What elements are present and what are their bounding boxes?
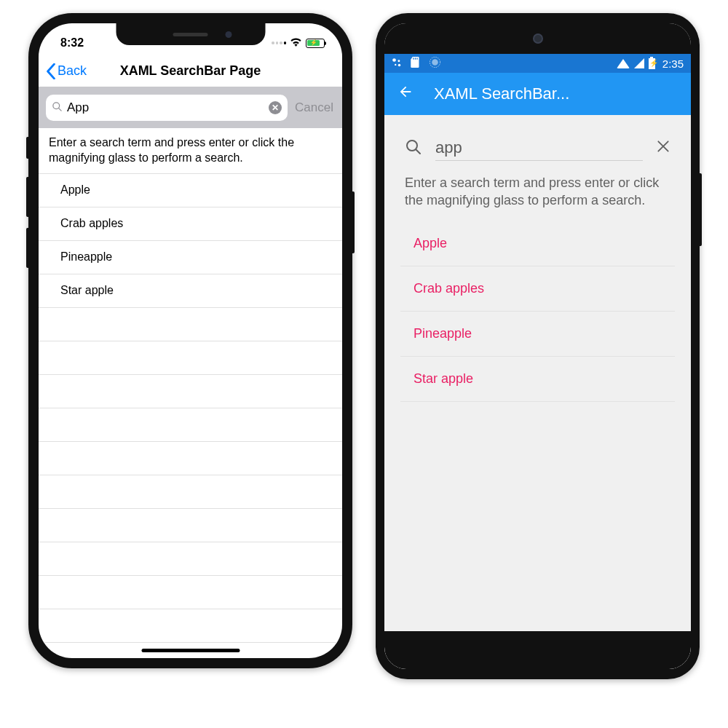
- search-icon: [52, 101, 63, 115]
- svg-rect-7: [415, 58, 416, 60]
- svg-rect-6: [413, 58, 414, 60]
- search-hint-text: Enter a search term and press enter or c…: [39, 128, 342, 174]
- page-title: XAML SearchBar...: [434, 84, 569, 103]
- search-hint-text: Enter a search term and press enter or c…: [400, 167, 675, 221]
- list-item[interactable]: Star apple: [400, 357, 675, 402]
- android-device-frame: ⚡ 2:35 XAML SearchBar...: [376, 13, 700, 679]
- iphone-notch: [116, 23, 265, 45]
- sd-card-icon: [411, 57, 420, 70]
- list-item-empty: .: [39, 341, 342, 375]
- list-item-empty: .: [39, 308, 342, 341]
- battery-icon: ⚡: [306, 39, 325, 48]
- search-bar-container: [400, 131, 675, 167]
- assistant-icon: [392, 58, 402, 70]
- list-item[interactable]: Pineapple: [400, 312, 675, 357]
- clear-search-button[interactable]: ✕: [269, 101, 282, 114]
- svg-point-3: [397, 60, 400, 62]
- iphone-screen: 8:32 ⚡ Back XAML SearchBar Page: [39, 23, 342, 658]
- cancel-button[interactable]: Cancel: [295, 100, 335, 115]
- wifi-icon: [617, 59, 630, 68]
- battery-icon: ⚡: [649, 58, 655, 69]
- chevron-left-icon: [46, 63, 56, 79]
- arrow-left-icon: [397, 84, 414, 100]
- list-item-empty: .: [39, 375, 342, 408]
- status-time: 8:32: [60, 36, 84, 50]
- clear-search-button[interactable]: [656, 139, 670, 158]
- list-item[interactable]: Apple: [39, 174, 342, 207]
- results-list: Apple Crab apples Pineapple Star apple .…: [39, 174, 342, 643]
- list-item[interactable]: Star apple: [39, 274, 342, 308]
- search-input[interactable]: [435, 135, 643, 161]
- list-item[interactable]: Pineapple: [39, 241, 342, 274]
- svg-point-4: [395, 63, 396, 65]
- iphone-device-frame: 8:32 ⚡ Back XAML SearchBar Page: [28, 13, 352, 668]
- svg-point-2: [392, 58, 396, 62]
- cellular-icon: [272, 41, 286, 44]
- back-button[interactable]: [397, 84, 414, 104]
- list-item-empty: .: [39, 509, 342, 542]
- sync-icon: [429, 56, 441, 71]
- search-input[interactable]: [67, 100, 264, 115]
- svg-rect-8: [416, 58, 417, 60]
- list-item[interactable]: Crab apples: [400, 266, 675, 312]
- svg-point-10: [432, 59, 438, 66]
- back-label: Back: [58, 63, 87, 79]
- list-item[interactable]: Apple: [400, 221, 675, 266]
- list-item-empty: .: [39, 609, 342, 643]
- ios-nav-bar: Back XAML SearchBar Page: [39, 55, 342, 87]
- android-status-bar: ⚡ 2:35: [384, 54, 691, 73]
- list-item-empty: .: [39, 442, 342, 475]
- status-time: 2:35: [662, 58, 684, 70]
- svg-line-12: [416, 149, 420, 154]
- back-button[interactable]: Back: [46, 63, 87, 79]
- list-item[interactable]: Crab apples: [39, 207, 342, 241]
- results-list: Apple Crab apples Pineapple Star apple: [400, 221, 675, 402]
- list-item-empty: .: [39, 576, 342, 609]
- wifi-icon: [290, 36, 302, 50]
- cellular-icon: [634, 58, 644, 68]
- search-field[interactable]: ✕: [46, 95, 288, 121]
- home-indicator: [141, 649, 240, 652]
- page-title: XAML SearchBar Page: [120, 63, 261, 79]
- android-system-nav: [384, 631, 691, 669]
- list-item-empty: .: [39, 475, 342, 509]
- android-screen: ⚡ 2:35 XAML SearchBar...: [384, 23, 691, 669]
- android-app-bar: XAML SearchBar...: [384, 73, 691, 115]
- search-icon[interactable]: [405, 138, 422, 159]
- svg-point-5: [398, 63, 401, 66]
- search-bar-container: ✕ Cancel: [39, 87, 342, 128]
- front-camera: [533, 33, 543, 44]
- list-item-empty: .: [39, 542, 342, 576]
- svg-line-1: [58, 108, 61, 111]
- list-item-empty: .: [39, 408, 342, 442]
